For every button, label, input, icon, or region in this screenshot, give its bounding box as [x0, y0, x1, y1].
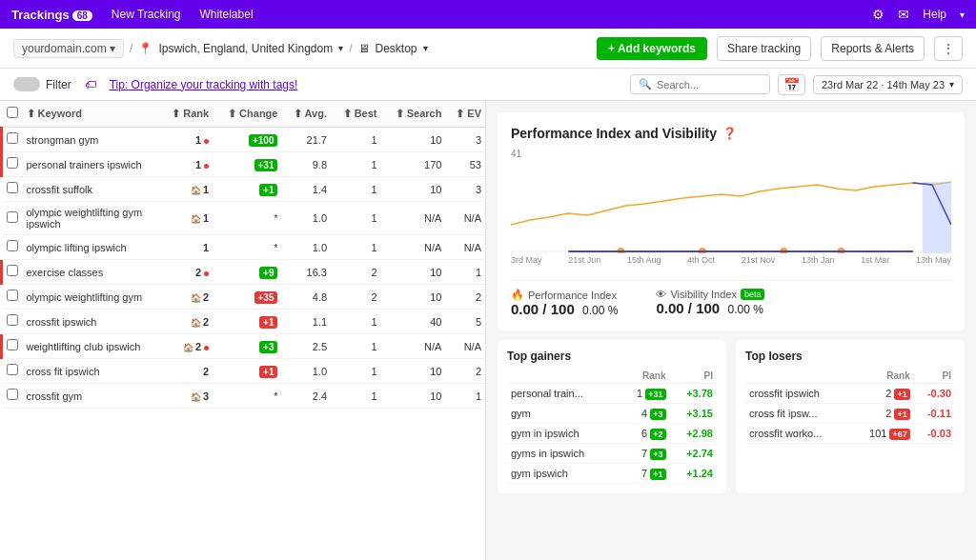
best-cell: 1 — [331, 235, 381, 260]
date-range[interactable]: 23rd Mar 22 · 14th May 23 ▾ — [813, 75, 963, 94]
pi-value: 0.00 / 100 0.00 % — [511, 301, 618, 317]
search-cell: 10 — [381, 384, 446, 409]
change-cell: +9 — [213, 260, 281, 285]
keyword-cell: olympic weightlifting gym ipswich — [23, 202, 160, 235]
reports-alerts-button[interactable]: Reports & Alerts — [821, 36, 925, 61]
bottom-row: Top gainers Rank PI personal train...1 +… — [498, 340, 965, 493]
loser-pi: -0.11 — [914, 404, 955, 424]
best-cell: 1 — [331, 359, 381, 384]
avg-cell: 1.1 — [281, 310, 331, 334]
change-cell: +100 — [213, 128, 281, 152]
keyword-cell: personal trainers ipswich — [23, 152, 160, 177]
change-cell: * — [213, 384, 281, 409]
col-ev-header[interactable]: ⬆ EV — [445, 101, 485, 128]
ev-cell: 1 — [445, 260, 485, 285]
domain-selector[interactable]: yourdomain.com ▾ — [13, 39, 124, 58]
visibility-index-block: 👁 Visibility Index beta 0.00 / 100 0.00 … — [656, 289, 764, 317]
x-label-4: 21st Nov — [742, 255, 776, 265]
vi-label: 👁 Visibility Index beta — [656, 289, 764, 300]
change-cell: * — [213, 202, 281, 235]
search-cell: 170 — [381, 152, 446, 177]
chart-area: 41 — [511, 149, 951, 272]
table-row: personal trainers ipswich1 +319.8117053 — [2, 152, 486, 177]
search-input[interactable] — [657, 79, 762, 90]
row-checkbox[interactable] — [7, 364, 18, 375]
row-checkbox[interactable] — [7, 389, 18, 400]
tip-link[interactable]: Tip: Organize your tracking with tags! — [110, 78, 298, 91]
gainer-pi: +3.15 — [670, 404, 718, 424]
row-checkbox[interactable] — [7, 182, 18, 193]
pi-label: 🔥 Performance Index — [511, 289, 618, 301]
search-cell: 10 — [381, 177, 446, 202]
col-change-header[interactable]: ⬆ Change — [213, 101, 281, 128]
best-cell: 2 — [331, 260, 381, 285]
table-row: olympic weightlifting gym🏠2+354.82102 — [2, 285, 486, 310]
top-nav-left: Trackings68 New Tracking Whitelabel — [11, 8, 872, 22]
device-selector[interactable]: Desktop — [376, 42, 417, 55]
keyword-cell: weightlifting club ipswich — [23, 334, 160, 359]
row-checkbox[interactable] — [7, 132, 18, 144]
row-checkbox[interactable] — [7, 265, 18, 276]
gear-icon[interactable]: ⚙ — [872, 7, 884, 22]
gainer-keyword: gyms in ipswich — [507, 444, 619, 464]
location-selector[interactable]: Ipswich, England, United Kingdom — [158, 42, 333, 55]
nav-link-whitelabel[interactable]: Whitelabel — [200, 8, 254, 21]
row-checkbox[interactable] — [7, 157, 18, 169]
mail-icon[interactable]: ✉ — [898, 7, 909, 22]
gainer-pi: +1.24 — [670, 464, 718, 484]
nav-link-new-tracking[interactable]: New Tracking — [112, 8, 181, 21]
keyword-cell: cross fit ipswich — [23, 359, 160, 384]
filter-toggle[interactable]: Filter — [13, 77, 71, 91]
gainer-rank: 6 +2 — [619, 424, 669, 444]
rank-cell: 1 — [159, 235, 213, 260]
more-options-button[interactable]: ⋮ — [934, 36, 963, 61]
col-checkbox[interactable] — [2, 101, 23, 128]
gainers-col-keyword — [507, 369, 619, 384]
search-cell: 10 — [381, 128, 446, 152]
col-keyword-header[interactable]: ⬆ Keyword — [23, 101, 160, 128]
row-checkbox[interactable] — [7, 314, 18, 326]
col-search-header[interactable]: ⬆ Search — [381, 101, 446, 128]
gainer-rank: 1 +31 — [619, 384, 669, 404]
loser-rank: 2 +1 — [850, 384, 913, 404]
col-rank-header[interactable]: ⬆ Rank — [159, 101, 213, 128]
ev-cell: N/A — [445, 202, 485, 235]
table-row: crossfit suffolk🏠1+11.41103 — [2, 177, 486, 202]
row-checkbox[interactable] — [7, 290, 18, 301]
rank-cell: 2 — [159, 260, 213, 285]
gainers-row: gyms in ipswich7 +3+2.74 — [507, 444, 717, 464]
gainer-rank: 7 +3 — [619, 444, 669, 464]
gainer-keyword: personal train... — [507, 384, 619, 404]
best-cell: 1 — [331, 128, 381, 152]
col-best-header[interactable]: ⬆ Best — [331, 101, 381, 128]
col-avg-header[interactable]: ⬆ Avg. — [281, 101, 331, 128]
breadcrumb-sep-1: / — [130, 42, 132, 55]
share-tracking-button[interactable]: Share tracking — [717, 36, 811, 61]
change-cell: +3 — [213, 334, 281, 359]
info-icon[interactable]: ❓ — [722, 127, 737, 140]
add-keywords-button[interactable]: + Add keywords — [597, 37, 707, 60]
select-all-checkbox[interactable] — [7, 107, 18, 118]
row-checkbox[interactable] — [7, 240, 18, 251]
device-chevron-icon: ▾ — [423, 43, 428, 53]
toggle-pill[interactable] — [13, 77, 40, 91]
gainer-keyword: gym — [507, 404, 619, 424]
row-checkbox[interactable] — [7, 211, 18, 223]
keyword-table: ⬆ Keyword ⬆ Rank ⬆ Change ⬆ Avg. ⬆ Best … — [0, 101, 485, 409]
x-axis-labels: 3rd May 21st Jun 15th Aug 4th Oct 21st N… — [511, 255, 951, 265]
ev-cell: N/A — [445, 235, 485, 260]
calendar-icon[interactable]: 📅 — [778, 74, 805, 95]
row-checkbox[interactable] — [7, 339, 18, 350]
gainers-col-rank: Rank — [619, 369, 669, 384]
help-button[interactable]: Help — [923, 8, 946, 21]
avg-cell: 16.3 — [281, 260, 331, 285]
losers-row: crossfit worko...101 +67-0.03 — [745, 424, 955, 444]
gainers-row: gym in ipswich6 +2+2.98 — [507, 424, 717, 444]
gainer-keyword: gym in ipswich — [507, 424, 619, 444]
change-cell: +31 — [213, 152, 281, 177]
search-box[interactable]: 🔍 — [630, 74, 770, 94]
y-label: 41 — [511, 149, 521, 159]
gainers-row: gym4 +3+3.15 — [507, 404, 717, 424]
chart-svg — [511, 149, 951, 253]
rank-cell: 🏠1 — [159, 177, 213, 202]
